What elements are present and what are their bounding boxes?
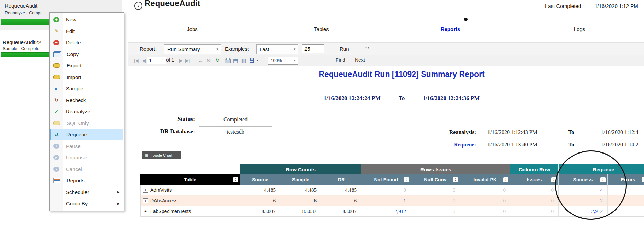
requeue-end: 1/16/2020 1:14:2 (589, 142, 644, 148)
cell-not-found[interactable]: 2,912 (361, 206, 411, 217)
column-header-dr[interactable]: DR (321, 174, 361, 185)
cell-invalid-pk: 0 (460, 185, 510, 195)
column-header-issues[interactable]: Issues▲▼ (510, 174, 559, 185)
tab-reports[interactable]: Reports (386, 23, 515, 35)
cell-dr: 4,485 (321, 185, 361, 195)
menu-item-reanalyze[interactable]: ✓Reanalyze (50, 106, 123, 117)
column-header-sample[interactable]: Sample (280, 174, 321, 185)
menu-item-unpause[interactable]: ▶Unpause (50, 152, 123, 163)
menu-item-pause[interactable]: IIPause (50, 140, 123, 152)
table-row-name: +AdmVisits (140, 185, 240, 195)
table-name: LabSpecimenTests (150, 206, 191, 216)
menu-item-group-by[interactable]: Group By▶ (50, 198, 123, 210)
toolbar-overflow-icon[interactable]: ≡▼ (365, 45, 370, 51)
sort-icon[interactable]: ▲▼ (642, 177, 644, 182)
job-title: RequeueAudit22 (3, 39, 41, 45)
menu-item-label: Reports (67, 178, 85, 183)
report-select[interactable]: Run Summary ▼ (164, 44, 221, 54)
run-end: 1/16/2020 12:24:36 PM (423, 95, 480, 101)
menu-item-edit[interactable]: ✎Edit (50, 25, 123, 37)
next-page-icon[interactable]: ▶ (179, 55, 183, 66)
sort-icon[interactable]: ▲▼ (503, 177, 508, 182)
back-icon[interactable]: ← (198, 55, 203, 66)
page-of-label: of 1 (166, 57, 174, 63)
examples-count-input[interactable] (302, 44, 324, 53)
export-database-icon (53, 63, 60, 68)
column-header-label: Sample (292, 177, 309, 182)
cell-not-found[interactable]: 1 (361, 195, 411, 206)
expand-icon[interactable]: + (143, 198, 148, 203)
menu-item-import[interactable]: Import (50, 71, 123, 83)
menu-item-requeue[interactable]: ⇄Requeue (50, 129, 123, 140)
reanalysis-row: Reanalysis: 1/16/2020 1:12:43 PM To 1/16… (409, 129, 644, 135)
collapse-toggle-icon[interactable]: ● (134, 2, 142, 10)
column-header-null-conv[interactable]: Null Conv▲▼ (411, 174, 460, 185)
report-run-range: 1/16/2020 12:24:24 PMTo1/16/2020 12:24:3… (144, 95, 644, 102)
examples-select[interactable]: Last ▼ (256, 44, 298, 54)
page-setup-icon[interactable]: ▥ (241, 55, 246, 66)
menu-item-label: Pause (66, 143, 81, 149)
table-row-name: +DAbsAccess (140, 195, 240, 206)
find-button[interactable]: Find (336, 57, 345, 63)
print-icon[interactable] (225, 59, 231, 63)
tab-tables[interactable]: Tables (257, 23, 386, 35)
chevron-down-icon: ▼ (294, 59, 296, 62)
menu-item-copy[interactable]: Copy (50, 48, 123, 60)
menu-item-sample[interactable]: ▶Sample (50, 83, 123, 94)
to-label: To (399, 95, 405, 101)
sort-desc-arrow: ▼ (553, 180, 555, 181)
reanalyze-check-icon: ✓ (53, 109, 59, 115)
run-button[interactable]: Run (335, 44, 354, 53)
submenu-arrow-icon: ▶ (117, 202, 120, 205)
expand-icon[interactable]: + (143, 188, 148, 193)
prev-page-icon[interactable]: ◀ (142, 55, 146, 66)
refresh-icon[interactable]: ↻ (215, 55, 220, 66)
last-page-icon[interactable]: ▶| (185, 55, 190, 66)
menu-item-delete[interactable]: −Delete (50, 37, 123, 48)
app-window: RequeueAudit Reanalyze - Compl RequeueAu… (0, 0, 644, 226)
cell-null-conv: 0 (411, 195, 460, 206)
tab-jobs[interactable]: Jobs (128, 23, 257, 35)
page-title: RequeueAudit (145, 0, 200, 8)
zoom-select[interactable]: 100% ▼ (268, 57, 298, 65)
menu-item-export[interactable]: Export (50, 60, 123, 71)
column-header-invalid-pk[interactable]: Invalid PK▲▼ (460, 174, 510, 185)
column-header-table[interactable]: Table▲▼ (140, 174, 240, 185)
column-header-source[interactable]: Source (240, 174, 280, 185)
toolbar-separator (328, 45, 328, 53)
dr-database-value: testcsdb (227, 129, 244, 135)
menu-item-new[interactable]: +New (50, 14, 123, 25)
tab-logs[interactable]: Logs (515, 23, 644, 35)
menu-item-recheck[interactable]: ↻Recheck (50, 94, 123, 106)
column-header-not-found[interactable]: Not Found▲▼ (361, 174, 411, 185)
toggle-chart-button[interactable]: ▦ Toggle Chart (142, 151, 181, 159)
menu-item-sql-only[interactable]: SQL Only (50, 117, 123, 129)
import-database-icon (53, 75, 60, 79)
menu-item-cancel[interactable]: ■Cancel (50, 163, 123, 175)
find-next-button[interactable]: Next (355, 57, 365, 63)
sort-icon[interactable]: ▲▼ (404, 177, 409, 182)
export-icon[interactable] (250, 58, 254, 63)
cell-null-conv: 0 (411, 185, 460, 195)
sort-icon[interactable]: ▲▼ (453, 177, 458, 182)
toggle-chart-label: Toggle Chart (151, 153, 172, 157)
toolbar-separator (351, 57, 351, 64)
submenu-arrow-icon: ▶ (117, 190, 120, 194)
last-completed-label: Last Completed: (545, 3, 583, 9)
delete-icon: − (53, 40, 59, 45)
chart-grid-icon: ▦ (145, 153, 148, 158)
sort-icon[interactable]: ▲▼ (233, 177, 238, 182)
expand-icon[interactable]: + (143, 209, 148, 214)
menu-item-label: SQL Only (67, 120, 89, 126)
page-number-input[interactable] (147, 57, 166, 64)
requeue-link[interactable]: Requeue: (409, 142, 476, 148)
menu-item-label: Scheduler (66, 189, 89, 195)
first-page-icon[interactable]: |◀ (134, 55, 138, 66)
stop-icon[interactable]: ⊗ (207, 55, 211, 66)
export-dropdown-icon[interactable]: ▼ (256, 55, 259, 66)
menu-item-scheduler[interactable]: Scheduler▶ (50, 187, 123, 198)
menu-item-label: Delete (66, 39, 81, 45)
menu-item-reports[interactable]: Reports (50, 175, 123, 187)
table-row-name: +LabSpecimenTests (140, 206, 240, 217)
page-layout-icon[interactable]: ▤ (233, 55, 238, 66)
